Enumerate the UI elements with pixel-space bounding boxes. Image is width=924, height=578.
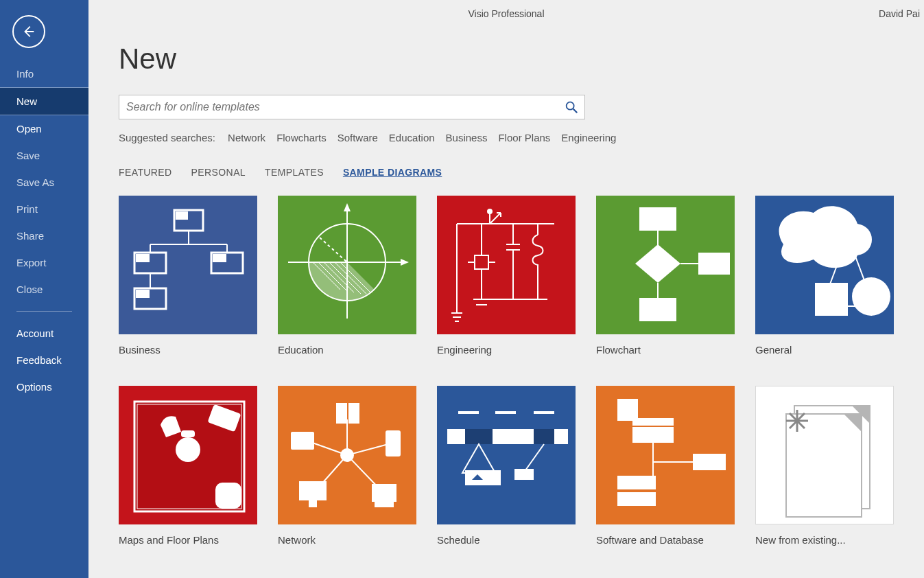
network-icon — [279, 386, 416, 524]
sidebar-item-account[interactable]: Account — [0, 320, 88, 347]
sidebar-item-options[interactable]: Options — [0, 373, 88, 400]
main-area: Visio Professional David Pai New Suggest… — [88, 0, 924, 578]
template-thumb — [278, 386, 416, 524]
suggest-business[interactable]: Business — [446, 132, 488, 143]
template-grid: BusinessEducationEngineeringFlowchartGen… — [119, 196, 894, 546]
template-label: Network — [278, 534, 416, 546]
template-thumb — [437, 386, 576, 524]
database-icon — [597, 386, 734, 524]
template-label: Flowchart — [596, 344, 735, 356]
template-label: Software and Database — [596, 534, 735, 546]
tab-templates[interactable]: TEMPLATES — [265, 167, 324, 178]
suggest-network[interactable]: Network — [228, 132, 265, 143]
template-thumb — [596, 196, 735, 334]
backstage-sidebar: InfoNewOpenSaveSave AsPrintShareExportCl… — [0, 0, 88, 578]
template-label: Business — [119, 344, 257, 356]
sidebar-item-info[interactable]: Info — [0, 60, 88, 87]
tab-sample-diagrams[interactable]: SAMPLE DIAGRAMS — [343, 167, 442, 178]
search-box[interactable] — [119, 95, 585, 119]
search-icon[interactable] — [562, 98, 580, 116]
flowchart-icon — [597, 196, 734, 334]
template-flowchart[interactable]: Flowchart — [596, 196, 735, 356]
template-network[interactable]: Network — [278, 386, 416, 546]
sidebar-item-print[interactable]: Print — [0, 196, 88, 222]
template-thumb — [119, 196, 257, 334]
svg-point-0 — [567, 102, 574, 110]
sidebar-item-new[interactable]: New — [0, 87, 88, 115]
template-thumb — [437, 196, 576, 334]
schedule-icon — [438, 386, 575, 524]
suggest-row: Suggested searches: NetworkFlowchartsSof… — [119, 132, 894, 143]
sidebar-item-close[interactable]: Close — [0, 276, 88, 303]
circuit-icon — [438, 196, 575, 334]
pie-axes-icon — [279, 196, 416, 334]
template-engineering[interactable]: Engineering — [437, 196, 576, 356]
svg-line-1 — [573, 109, 578, 113]
suggest-software[interactable]: Software — [337, 132, 378, 143]
template-label: New from existing... — [755, 534, 894, 546]
org-chart-icon — [119, 196, 257, 334]
search-row — [119, 95, 894, 119]
titlebar: Visio Professional David Pai — [88, 0, 924, 21]
template-label: General — [755, 344, 894, 356]
suggest-floor-plans[interactable]: Floor Plans — [498, 132, 550, 143]
sidebar-item-save[interactable]: Save — [0, 142, 88, 169]
tab-featured[interactable]: FEATURED — [119, 167, 172, 178]
suggest-education[interactable]: Education — [389, 132, 435, 143]
template-thumb — [755, 196, 894, 334]
template-label: Maps and Floor Plans — [119, 534, 257, 546]
tab-personal[interactable]: PERSONAL — [191, 167, 246, 178]
template-thumb — [119, 386, 257, 524]
template-thumb — [755, 386, 894, 524]
template-software-and-database[interactable]: Software and Database — [596, 386, 735, 546]
search-input[interactable] — [119, 101, 562, 113]
template-new-from-existing-[interactable]: New from existing... — [755, 386, 894, 546]
app-title: Visio Professional — [468, 8, 544, 19]
template-business[interactable]: Business — [119, 196, 257, 356]
shapes-icon — [756, 196, 893, 334]
content: New Suggested searches: NetworkFlowchart… — [88, 21, 924, 546]
template-label: Engineering — [437, 344, 576, 356]
app-root: InfoNewOpenSaveSave AsPrintShareExportCl… — [0, 0, 924, 578]
sidebar-item-feedback[interactable]: Feedback — [0, 347, 88, 373]
template-category-tabs: FEATUREDPERSONALTEMPLATESSAMPLE DIAGRAMS — [119, 167, 894, 178]
page-title: New — [119, 43, 894, 76]
template-thumb — [278, 196, 416, 334]
back-button[interactable] — [12, 15, 45, 48]
new-existing-icon — [756, 386, 893, 524]
template-education[interactable]: Education — [278, 196, 416, 356]
template-schedule[interactable]: Schedule — [437, 386, 576, 546]
template-maps-and-floor-plans[interactable]: Maps and Floor Plans — [119, 386, 257, 546]
sidebar-item-export[interactable]: Export — [0, 249, 88, 276]
user-name[interactable]: David Pai — [879, 8, 920, 19]
sidebar-separator — [16, 311, 72, 312]
floorplan-icon — [119, 386, 257, 524]
template-thumb — [596, 386, 735, 524]
suggest-engineering[interactable]: Engineering — [561, 132, 616, 143]
back-arrow-icon — [21, 24, 36, 39]
template-label: Education — [278, 344, 416, 356]
suggest-flowcharts[interactable]: Flowcharts — [276, 132, 327, 143]
template-general[interactable]: General — [755, 196, 894, 356]
sidebar-item-save-as[interactable]: Save As — [0, 169, 88, 196]
sidebar-item-share[interactable]: Share — [0, 222, 88, 249]
template-label: Schedule — [437, 534, 576, 546]
sidebar-item-open[interactable]: Open — [0, 115, 88, 142]
suggest-label: Suggested searches: — [119, 132, 215, 143]
